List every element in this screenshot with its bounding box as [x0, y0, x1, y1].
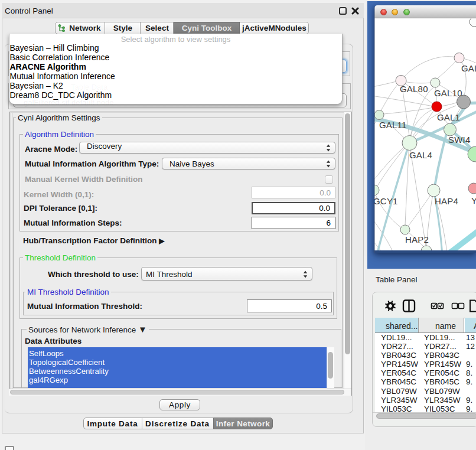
svg-text:GAL1: GAL1	[437, 112, 460, 122]
svg-text:HAP4: HAP4	[435, 196, 458, 206]
svg-text:GAL2: GAL2	[461, 63, 476, 73]
svg-text:GAL80: GAL80	[400, 84, 428, 94]
svg-text:YM: YM	[471, 195, 476, 206]
svg-text:HAP2: HAP2	[405, 234, 429, 244]
svg-text:GAL10: GAL10	[434, 88, 462, 98]
svg-text:SWI4: SWI4	[448, 135, 470, 145]
svg-text:GAL4: GAL4	[409, 150, 432, 160]
svg-text:GCY1: GCY1	[374, 196, 398, 206]
svg-text:GAL11: GAL11	[379, 120, 407, 130]
